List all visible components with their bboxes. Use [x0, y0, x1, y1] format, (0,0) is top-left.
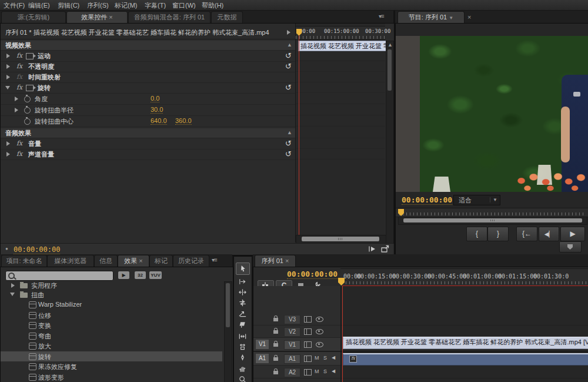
- ecp-timecode[interactable]: 00:00:00:00: [14, 245, 60, 254]
- ecp-mini-clip[interactable]: 插花视频 花艺视频 开业花篮 零: [298, 41, 386, 51]
- tab-audio-mixer[interactable]: 音频剪辑混合器: 序列 01: [128, 11, 211, 23]
- tab-markers[interactable]: 标记: [149, 255, 173, 267]
- set-display-style-icon[interactable]: [304, 341, 312, 348]
- mute-toggle[interactable]: M: [315, 368, 319, 374]
- show-timeline-view-icon[interactable]: [287, 30, 290, 35]
- mark-in-button[interactable]: {: [466, 227, 487, 241]
- lock-icon[interactable]: [273, 357, 278, 361]
- tool-zoom[interactable]: [236, 374, 249, 382]
- scroll-thumb[interactable]: [403, 218, 582, 222]
- toggle-animation-icon[interactable]: [24, 118, 31, 125]
- expand-icon[interactable]: [6, 54, 10, 58]
- tool-track-select[interactable]: [236, 276, 249, 287]
- source-patch-video[interactable]: V1: [255, 339, 269, 350]
- close-icon[interactable]: ×: [139, 257, 142, 264]
- effects-search-input[interactable]: [5, 271, 113, 281]
- effect-row-volume[interactable]: fx 音量 ↺: [1, 138, 295, 150]
- effect-item[interactable]: 波形变形: [1, 372, 222, 382]
- toggle-track-output-icon[interactable]: [316, 317, 323, 322]
- panel-menu-icon[interactable]: ▾≡: [212, 257, 217, 263]
- menu-clip[interactable]: 剪辑(C): [58, 1, 79, 10]
- folder-row-distort[interactable]: 扭曲: [1, 290, 222, 300]
- center-x-value[interactable]: 640.0: [151, 117, 167, 125]
- effect-item[interactable]: 果冻效应修复: [1, 361, 222, 371]
- mark-out-button[interactable]: }: [487, 227, 509, 241]
- program-timecode[interactable]: 00:00:00:00: [402, 195, 452, 205]
- set-display-style-icon[interactable]: [304, 369, 312, 376]
- expand-icon[interactable]: [6, 64, 10, 69]
- track-header-v2[interactable]: V2: [253, 325, 340, 338]
- expand-icon[interactable]: [11, 283, 15, 288]
- effects-vscrollbar[interactable]: [224, 281, 232, 382]
- tab-effect-controls[interactable]: 效果控件 ×: [66, 11, 128, 23]
- expand-icon[interactable]: [6, 152, 10, 157]
- reset-effect-icon[interactable]: ↺: [285, 62, 292, 70]
- center-y-value[interactable]: 360.0: [175, 117, 192, 125]
- play-button[interactable]: ▶: [560, 227, 585, 241]
- scroll-thumb[interactable]: [387, 49, 392, 91]
- track-header-a1[interactable]: A1 A1 M S ◀: [253, 352, 340, 366]
- zoom-level-select[interactable]: 适合 ▼: [453, 195, 500, 205]
- go-to-in-button[interactable]: {←: [516, 227, 537, 241]
- param-row-center[interactable]: 旋转扭曲中心 640.0 360.0: [1, 115, 295, 127]
- folder-row-utility[interactable]: 实用程序: [1, 281, 222, 289]
- program-hscrollbar[interactable]: [398, 217, 587, 225]
- video-clip[interactable]: 插花视频 花艺视频 开业花篮 零基础花艺 婚车插花 鲜花的养护 韩式花束_高清.…: [343, 337, 588, 349]
- reset-effect-icon[interactable]: ↺: [285, 150, 292, 158]
- tab-program[interactable]: 节目: 序列 01 ▼: [397, 11, 465, 23]
- audio-clip[interactable]: fx: [343, 353, 588, 366]
- scroll-thumb[interactable]: [302, 237, 379, 241]
- menu-help[interactable]: 帮助(H): [202, 1, 223, 10]
- effect-item[interactable]: 位移: [1, 310, 222, 320]
- scroll-thumb[interactable]: [226, 283, 230, 327]
- track-header-a2[interactable]: A2 M S ◀: [253, 366, 340, 378]
- collapse-section-icon[interactable]: ▲: [287, 129, 292, 135]
- reset-effect-icon[interactable]: ↺: [285, 139, 292, 147]
- ecp-mini-timeline[interactable]: 00:00 00:15:00:00 00:30:00 插花视频 花艺视频 开业花…: [296, 24, 385, 243]
- audio-effects-section[interactable]: 音频效果 ▲: [1, 128, 295, 138]
- lock-icon[interactable]: [273, 318, 278, 321]
- toggle-track-output-icon[interactable]: [316, 329, 323, 334]
- step-back-button[interactable]: ◀▏: [539, 227, 559, 241]
- close-icon[interactable]: ×: [467, 14, 471, 21]
- menu-title[interactable]: 字幕(T): [145, 1, 166, 10]
- effect-item[interactable]: 弯曲: [1, 331, 222, 341]
- set-display-style-icon[interactable]: [304, 316, 312, 323]
- tab-project[interactable]: 项目: 未命名: [1, 255, 47, 267]
- effect-item[interactable]: 放大: [1, 341, 222, 351]
- expand-icon[interactable]: [6, 75, 10, 79]
- effect-row-time-remap[interactable]: fx 时间重映射: [1, 72, 295, 83]
- yuv-effects-icon[interactable]: YUV: [149, 271, 162, 279]
- tool-ripple-edit[interactable]: [236, 287, 249, 298]
- track-header-v1[interactable]: V1 V1: [253, 338, 340, 352]
- set-display-style-icon[interactable]: [304, 356, 312, 362]
- tab-metadata[interactable]: 元数据: [211, 11, 243, 23]
- toggle-animation-icon[interactable]: [24, 107, 31, 114]
- set-display-style-icon[interactable]: [304, 328, 312, 335]
- accelerated-effects-icon[interactable]: ▶: [118, 271, 129, 279]
- effect-row-opacity[interactable]: fx 不透明度 ↺: [1, 61, 295, 72]
- expand-icon[interactable]: [15, 108, 18, 112]
- menu-sequence[interactable]: 序列(S): [87, 1, 109, 10]
- toggle-animation-icon[interactable]: [24, 96, 31, 102]
- expand-icon[interactable]: [15, 97, 18, 101]
- reset-effect-icon[interactable]: ↺: [285, 84, 292, 91]
- tab-info[interactable]: 信息: [94, 255, 118, 267]
- reset-effect-icon[interactable]: ↺: [285, 52, 292, 59]
- track-header-v3[interactable]: V3: [253, 313, 340, 325]
- video-effects-section[interactable]: 视频效果 ▲: [1, 41, 295, 51]
- ecp-mini-ruler[interactable]: 00:00 00:15:00:00 00:30:00: [296, 26, 385, 40]
- menu-edit[interactable]: 编辑(E): [28, 1, 50, 10]
- effect-item-selected[interactable]: 旋转: [1, 351, 222, 361]
- close-icon[interactable]: ×: [109, 14, 112, 21]
- tool-rate-stretch[interactable]: [236, 308, 249, 319]
- lock-icon[interactable]: [273, 343, 278, 347]
- 32bit-color-icon[interactable]: 32: [135, 271, 146, 279]
- timeline-ruler[interactable]: 00:00 00:00:15:00 00:00:30:00 00:00:45:0…: [340, 268, 588, 287]
- mute-toggle[interactable]: M: [315, 355, 319, 361]
- solo-toggle[interactable]: S: [323, 368, 327, 374]
- angle-value[interactable]: 0.0: [151, 95, 159, 102]
- collapse-section-icon[interactable]: ▲: [287, 42, 292, 48]
- extract-button[interactable]: [559, 241, 582, 253]
- menu-file[interactable]: 文件(F): [4, 1, 25, 10]
